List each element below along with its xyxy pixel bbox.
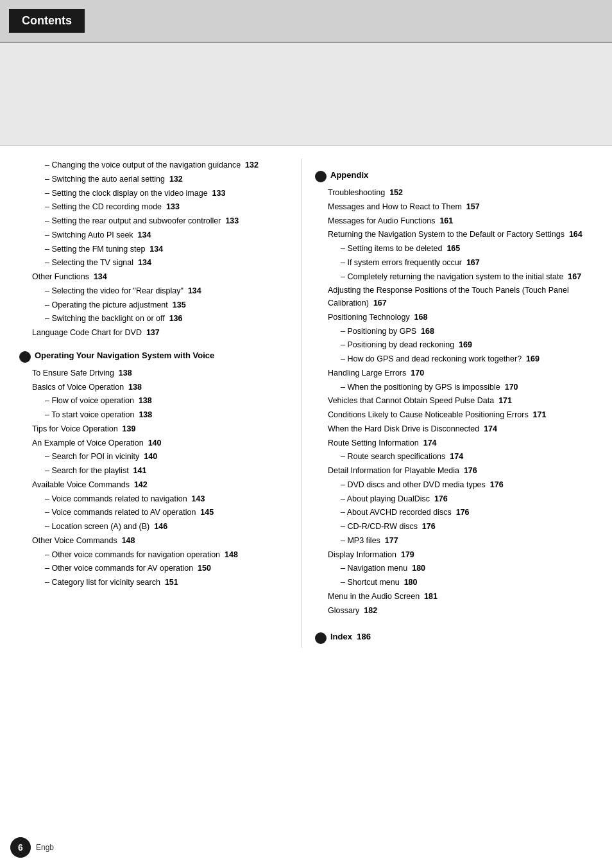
list-item: Conditions Likely to Cause Noticeable Po… (315, 408, 593, 421)
toc-group-pre: – Changing the voice output of the navig… (19, 159, 289, 339)
list-item: – Setting the rear output and subwoofer … (19, 214, 289, 227)
list-item: Messages for Audio Functions 161 (315, 214, 593, 227)
list-item: – Flow of voice operation 138 (19, 394, 289, 407)
list-item: – Other voice commands for AV operation … (19, 562, 289, 575)
list-item: – Selecting the video for "Rear display"… (19, 284, 289, 297)
list-item: – Changing the voice output of the navig… (19, 159, 289, 171)
header: Contents (0, 0, 612, 43)
list-item: Messages and How to React to Them 157 (315, 200, 593, 213)
section15-bullet (19, 351, 31, 363)
page-number: 6 (10, 837, 31, 858)
list-item: An Example of Voice Operation 140 (19, 437, 289, 449)
list-item: – Switching the backlight on or off 136 (19, 312, 289, 325)
index-header: Index 186 (315, 632, 593, 644)
list-item: – Positioning by GPS 168 (315, 325, 593, 338)
right-column: Appendix Troubleshooting 152 Messages an… (302, 159, 593, 648)
toc-group-section15: To Ensure Safe Driving 138 Basics of Voi… (19, 367, 289, 589)
list-item: Handling Large Errors 170 (315, 367, 593, 379)
list-item: – Positioning by dead reckoning 169 (315, 338, 593, 351)
footer-language: Engb (36, 843, 54, 852)
list-item: – Setting items to be deleted 165 (315, 242, 593, 255)
footer: 6 Engb (10, 837, 54, 858)
index-bullet (315, 632, 327, 644)
list-item: Positioning Technology 168 (315, 311, 593, 324)
list-item: – About playing DualDisc 176 (315, 492, 593, 505)
index-title: Index 186 (330, 632, 371, 641)
list-item: Detail Information for Playable Media 17… (315, 464, 593, 477)
list-item: – How do GPS and dead reckoning work tog… (315, 352, 593, 365)
list-item: Troubleshooting 152 (315, 186, 593, 199)
list-item: Tips for Voice Operation 139 (19, 422, 289, 435)
list-item: – Completely returning the navigation sy… (315, 270, 593, 283)
left-column: – Changing the voice output of the navig… (19, 159, 289, 648)
section15-title: Operating Your Navigation System with Vo… (35, 351, 214, 360)
page-container: Contents – Changing the voice output of … (0, 0, 612, 868)
list-item: – About AVCHD recorded discs 176 (315, 506, 593, 519)
list-item: – Other voice commands for navigation op… (19, 548, 289, 561)
list-item: – Search for POI in vicinity 140 (19, 450, 289, 463)
list-item: – Navigation menu 180 (315, 562, 593, 575)
list-item: Returning the Navigation System to the D… (315, 228, 593, 241)
list-item: Display Information 179 (315, 548, 593, 561)
list-item: – Setting the CD recording mode 133 (19, 200, 289, 213)
list-item: Available Voice Commands 142 (19, 478, 289, 491)
list-item: – Operating the picture adjustment 135 (19, 299, 289, 311)
list-item: Menu in the Audio Screen 181 (315, 590, 593, 603)
list-item: – DVD discs and other DVD media types 17… (315, 478, 593, 491)
gray-spacer (0, 43, 612, 146)
list-item: Glossary 182 (315, 604, 593, 617)
list-item: – Setting the clock display on the video… (19, 187, 289, 200)
list-item: When the Hard Disk Drive is Disconnected… (315, 422, 593, 435)
list-item: – If system errors frequently occur 167 (315, 256, 593, 269)
list-item: – Search for the playlist 141 (19, 464, 289, 477)
list-item: Route Setting Information 174 (315, 437, 593, 449)
appendix-title: Appendix (330, 170, 368, 180)
list-item: – Location screen (A) and (B) 146 (19, 520, 289, 533)
section15-header: Operating Your Navigation System with Vo… (19, 351, 289, 363)
list-item: – Category list for vicinity search 151 (19, 576, 289, 589)
list-item: – CD-R/CD-RW discs 176 (315, 520, 593, 533)
list-item: – Selecting the TV signal 134 (19, 256, 289, 269)
appendix-header: Appendix (315, 170, 593, 182)
list-item: Other Voice Commands 148 (19, 534, 289, 547)
list-item: Basics of Voice Operation 138 (19, 381, 289, 394)
header-tab: Contents (9, 9, 85, 33)
list-item: Vehicles that Cannot Obtain Speed Pulse … (315, 394, 593, 407)
content-area: – Changing the voice output of the navig… (0, 146, 612, 667)
list-item: – Voice commands related to AV operation… (19, 506, 289, 519)
list-item: To Ensure Safe Driving 138 (19, 367, 289, 379)
list-item: – Shortcut menu 180 (315, 576, 593, 589)
list-item: – Setting the FM tuning step 134 (19, 243, 289, 256)
list-item: Other Functions 134 (19, 270, 289, 283)
list-item: – Switching the auto aerial setting 132 (19, 173, 289, 186)
list-item: – Route search specifications 174 (315, 450, 593, 463)
list-item: – Switching Auto PI seek 134 (19, 229, 289, 241)
list-item: – To start voice operation 138 (19, 408, 289, 421)
list-item: – When the positioning by GPS is impossi… (315, 381, 593, 394)
list-item: Adjusting the Response Positions of the … (315, 284, 593, 309)
list-item: – Voice commands related to navigation 1… (19, 492, 289, 505)
toc-group-appendix: Troubleshooting 152 Messages and How to … (315, 186, 593, 616)
list-item: Language Code Chart for DVD 137 (19, 326, 289, 339)
appendix-bullet (315, 171, 327, 182)
list-item: – MP3 files 177 (315, 534, 593, 547)
